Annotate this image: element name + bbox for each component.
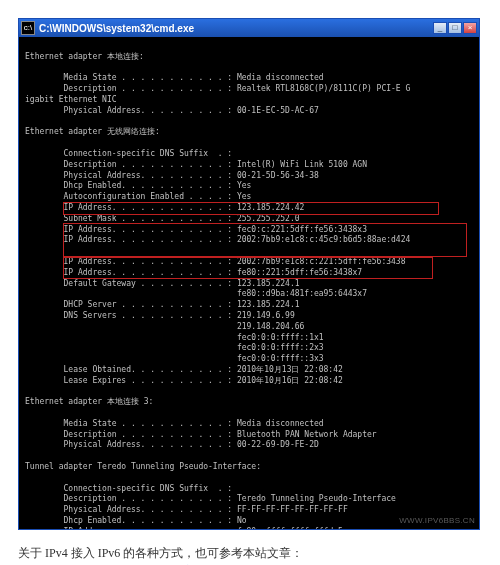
terminal-line: Dhcp Enabled. . . . . . . . . . . : Yes <box>25 181 251 190</box>
terminal-line: Lease Expires . . . . . . . . . . : 2010… <box>25 376 343 385</box>
close-button[interactable]: × <box>463 22 477 34</box>
terminal-line: Ethernet adapter 本地连接: <box>25 52 144 61</box>
terminal-line: fec0:0:0:ffff::2x3 <box>25 343 324 352</box>
terminal-line: Default Gateway . . . . . . . . . : 123.… <box>25 279 300 288</box>
terminal-line: DHCP Server . . . . . . . . . . . : 123.… <box>25 300 300 309</box>
cmd-icon: c:\ <box>21 21 35 35</box>
titlebar[interactable]: c:\ C:\WINDOWS\system32\cmd.exe _ □ × <box>19 19 479 37</box>
terminal-line: IP Address. . . . . . . . . . . . : 123.… <box>25 203 304 212</box>
terminal-line <box>25 246 64 255</box>
terminal-line: IP Address. . . . . . . . . . . . : fe80… <box>25 268 362 277</box>
terminal-line: Dhcp Enabled. . . . . . . . . . . : No <box>25 516 247 525</box>
terminal-line: IP Address. . . . . . . . . . . . : 2002… <box>25 257 406 266</box>
terminal-line: fec0:0:0:ffff::3x3 <box>25 354 324 363</box>
terminal-line: Ethernet adapter 无线网络连接: <box>25 127 160 136</box>
cmd-window: c:\ C:\WINDOWS\system32\cmd.exe _ □ × Et… <box>18 18 480 530</box>
terminal-line: Physical Address. . . . . . . . . : 00-1… <box>25 106 319 115</box>
terminal-line: Connection-specific DNS Suffix . : <box>25 149 232 158</box>
minimize-button[interactable]: _ <box>433 22 447 34</box>
caption-block: 关于 IPv4 接入 IPv6 的各种方式，也可参考本站文章： 在 IPv4 网… <box>18 544 482 565</box>
terminal-line: Connection-specific DNS Suffix . : <box>25 484 232 493</box>
terminal-line: Description . . . . . . . . . . . : Inte… <box>25 160 367 169</box>
terminal-line: IP Address. . . . . . . . . . . . : fe80… <box>25 527 343 529</box>
terminal-line: Description . . . . . . . . . . . : Tere… <box>25 494 396 503</box>
terminal-line: fe80::d9ba:481f:ea95:6443x7 <box>25 289 367 298</box>
terminal-line: Subnet Mask . . . . . . . . . . . : 255.… <box>25 214 300 223</box>
terminal-line: fec0:0:0:ffff::1x1 <box>25 333 324 342</box>
window-title: C:\WINDOWS\system32\cmd.exe <box>39 23 433 34</box>
terminal-line: 219.148.204.66 <box>25 322 304 331</box>
terminal-line: Description . . . . . . . . . . . : Blue… <box>25 430 377 439</box>
terminal-line: Autoconfiguration Enabled . . . . : Yes <box>25 192 251 201</box>
window-controls: _ □ × <box>433 22 477 34</box>
terminal-line: Lease Obtained. . . . . . . . . . : 2010… <box>25 365 343 374</box>
terminal-line: Physical Address. . . . . . . . . : 00-2… <box>25 440 319 449</box>
terminal-line: igabit Ethernet NIC <box>25 95 117 104</box>
watermark: WWW.IPV6BBS.CN <box>399 516 475 527</box>
terminal-line: Description . . . . . . . . . . . : Real… <box>25 84 410 93</box>
terminal-line: Tunnel adapter Teredo Tunneling Pseudo-I… <box>25 462 261 471</box>
terminal-line: Media State . . . . . . . . . . . : Medi… <box>25 73 324 82</box>
terminal-line: IP Address. . . . . . . . . . . . : fec0… <box>25 225 367 234</box>
terminal-line: Physical Address. . . . . . . . . : 00-2… <box>25 171 319 180</box>
terminal-output[interactable]: Ethernet adapter 本地连接: Media State . . .… <box>19 37 479 529</box>
terminal-line: DNS Servers . . . . . . . . . . . : 219.… <box>25 311 295 320</box>
terminal-line: IP Address. . . . . . . . . . . . : 2002… <box>25 235 410 244</box>
terminal-line: Media State . . . . . . . . . . . : Medi… <box>25 419 324 428</box>
terminal-line: Physical Address. . . . . . . . . : FF-F… <box>25 505 348 514</box>
maximize-button[interactable]: □ <box>448 22 462 34</box>
caption-text: 关于 IPv4 接入 IPv6 的各种方式，也可参考本站文章： <box>18 546 303 560</box>
terminal-line: Ethernet adapter 本地连接 3: <box>25 397 153 406</box>
